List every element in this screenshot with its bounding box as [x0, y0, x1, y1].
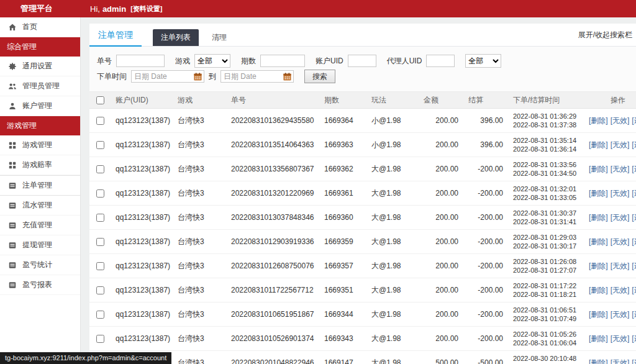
time-settled: 2022-08-31 01:36:14 [513, 145, 579, 153]
sidebar-item-label: 账户管理 [22, 101, 52, 111]
cell-play: 小@1.98 [366, 133, 419, 157]
sidebar-item-flow-management[interactable]: 流水管理 [0, 196, 80, 216]
invalid-link[interactable]: [无效] [611, 310, 630, 319]
cell-order: 20220831011722567712 [226, 278, 319, 303]
doc-icon [8, 281, 17, 289]
cell-play: 大@1.98 [366, 181, 419, 206]
profile-settings-link[interactable]: [资料设置] [130, 4, 162, 14]
delete-link[interactable]: [删除] [589, 286, 608, 294]
delete-link[interactable]: [删除] [589, 262, 608, 270]
tab-order-list[interactable]: 注单列表 [153, 29, 199, 46]
more-link[interactable]: [连 [632, 334, 636, 343]
calendar-icon[interactable] [283, 72, 292, 81]
cell-actions: [删除][无效][连 [584, 157, 636, 181]
delete-link[interactable]: [删除] [589, 116, 608, 125]
cell-settle: -200.00 [463, 303, 508, 327]
delete-link[interactable]: [删除] [589, 358, 608, 364]
sidebar-item-pnl-report[interactable]: 盈亏报表 [0, 275, 80, 295]
cell-account: qq123123(1387) [111, 133, 173, 157]
more-link[interactable]: [连 [632, 262, 636, 270]
more-link[interactable]: [连 [632, 189, 636, 198]
gear-icon [8, 62, 17, 71]
date-start-wrap [131, 70, 204, 83]
row-checkbox[interactable] [96, 335, 104, 343]
row-checkbox[interactable] [96, 311, 104, 319]
more-link[interactable]: [连 [632, 116, 636, 125]
sidebar-item-order-management[interactable]: 注单管理 [0, 175, 80, 196]
topbar: 管理平台 Hi, admin [资料设置] [0, 0, 636, 17]
row-checkbox[interactable] [96, 262, 104, 270]
more-link[interactable]: [连 [632, 213, 636, 222]
invalid-link[interactable]: [无效] [611, 286, 630, 294]
row-checkbox[interactable] [96, 189, 104, 198]
delete-link[interactable]: [删除] [589, 140, 608, 149]
cell-game: 台湾快3 [173, 181, 226, 206]
delete-link[interactable]: [删除] [589, 165, 608, 173]
row-checkbox[interactable] [96, 214, 104, 222]
invalid-link[interactable]: [无效] [611, 262, 630, 270]
game-select[interactable]: 全部 [194, 54, 230, 68]
invalid-link[interactable]: [无效] [611, 165, 630, 173]
sidebar-item-general-settings[interactable]: 通用设置 [0, 57, 80, 76]
delete-link[interactable]: [删除] [589, 334, 608, 343]
invalid-link[interactable]: [无效] [611, 334, 630, 343]
cell-settle: -200.00 [463, 181, 508, 206]
time-settled: 2022-08-31 01:33:05 [513, 193, 579, 202]
cell-play: 大@1.98 [366, 278, 419, 303]
sidebar-item-recharge-management[interactable]: 充值管理 [0, 216, 80, 235]
table-row: qq123123(1387)台湾快32022083101320122096916… [89, 181, 636, 206]
row-checkbox[interactable] [96, 141, 104, 149]
cell-actions: [删除][无效][连 [584, 230, 636, 254]
order-no-input[interactable] [116, 55, 165, 67]
invalid-link[interactable]: [无效] [611, 358, 630, 364]
row-checkbox[interactable] [96, 286, 104, 294]
more-link[interactable]: [连 [632, 286, 636, 294]
sidebar-section-game-section: 游戏管理 [0, 116, 80, 135]
delete-link[interactable]: [删除] [589, 213, 608, 222]
sidebar-item-game-odds[interactable]: 游戏赔率 [0, 155, 80, 175]
search-button[interactable]: 搜索 [304, 70, 335, 83]
cell-checkbox [89, 206, 111, 230]
cell-time: 2022-08-31 01:32:012022-08-31 01:33:05 [508, 181, 584, 206]
invalid-link[interactable]: [无效] [611, 140, 630, 149]
delete-link[interactable]: [删除] [589, 237, 608, 246]
sidebar-item-withdraw-management[interactable]: 提现管理 [0, 235, 80, 255]
cell-time: 2022-08-31 01:33:562022-08-31 01:34:50 [508, 157, 584, 181]
more-link[interactable]: [连 [632, 310, 636, 319]
delete-link[interactable]: [删除] [589, 310, 608, 319]
status-select[interactable]: 全部 [465, 54, 501, 68]
sidebar-item-game-management[interactable]: 游戏管理 [0, 135, 80, 155]
col-header-period: 期数 [319, 92, 366, 109]
more-link[interactable]: [连 [632, 140, 636, 149]
more-link[interactable]: [连 [632, 358, 636, 364]
invalid-link[interactable]: [无效] [611, 237, 630, 246]
col-header-play: 玩法 [366, 92, 419, 109]
more-link[interactable]: [连 [632, 237, 636, 246]
delete-link[interactable]: [删除] [589, 189, 608, 198]
agent-uid-input[interactable] [426, 55, 455, 67]
tab-clean[interactable]: 清理 [204, 29, 235, 46]
calendar-icon[interactable] [193, 72, 202, 81]
row-checkbox[interactable] [96, 165, 104, 173]
toggle-search-link[interactable]: 展开/收起搜索栏 [578, 30, 632, 40]
sidebar-item-account-management[interactable]: 账户管理 [0, 96, 80, 116]
doc-icon [8, 261, 17, 270]
period-label: 期数 [241, 56, 256, 66]
invalid-link[interactable]: [无效] [611, 189, 630, 198]
account-uid-input[interactable] [348, 55, 376, 67]
more-link[interactable]: [连 [632, 165, 636, 173]
sidebar-item-home[interactable]: 首页 [0, 17, 80, 37]
cell-game: 台湾快3 [173, 133, 226, 157]
select-all-checkbox[interactable] [96, 96, 104, 104]
invalid-link[interactable]: [无效] [611, 213, 630, 222]
sidebar-item-admin-management[interactable]: 管理员管理 [0, 76, 80, 96]
time-settled: 2022-08-31 01:34:50 [513, 169, 579, 178]
cell-game: 台湾快3 [173, 327, 226, 351]
sidebar-item-pnl-stats[interactable]: 盈亏统计 [0, 255, 80, 275]
invalid-link[interactable]: [无效] [611, 116, 630, 125]
row-checkbox[interactable] [96, 238, 104, 246]
table-row: qq123123(1387)台湾快32022083101362943558016… [89, 109, 636, 133]
period-input[interactable] [260, 55, 305, 67]
doc-icon [8, 221, 17, 230]
row-checkbox[interactable] [96, 117, 104, 125]
